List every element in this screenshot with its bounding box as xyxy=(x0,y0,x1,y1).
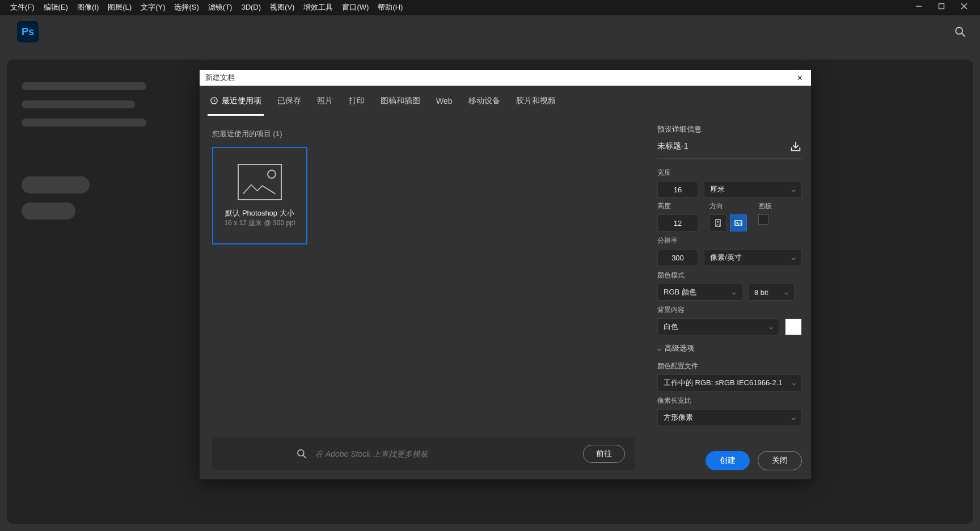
resolution-unit-select[interactable]: 像素/英寸⌵ xyxy=(704,249,802,266)
svg-line-5 xyxy=(962,33,965,37)
svg-rect-1 xyxy=(939,4,944,9)
tab-saved[interactable]: 已保存 xyxy=(277,86,301,116)
artboard-checkbox[interactable] xyxy=(758,214,768,225)
tab-recent[interactable]: 最近使用项 xyxy=(210,86,261,116)
menu-edit[interactable]: 编辑(E) xyxy=(39,0,73,15)
advanced-options-toggle[interactable]: ⌵ 高级选项 xyxy=(657,343,802,353)
tab-art[interactable]: 图稿和插图 xyxy=(381,86,420,116)
stock-go-button[interactable]: 前往 xyxy=(583,445,625,463)
menu-layer[interactable]: 图层(L) xyxy=(103,0,136,15)
resolution-input[interactable] xyxy=(657,249,698,266)
dialog-tabs: 最近使用项 已保存 照片 打印 图稿和插图 Web 移动设备 胶片和视频 xyxy=(200,86,811,116)
window-controls xyxy=(907,1,975,11)
photoshop-logo: Ps xyxy=(17,21,39,43)
height-label: 高度 xyxy=(657,201,698,211)
chevron-down-icon: ⌵ xyxy=(792,414,796,422)
chevron-down-icon: ⌵ xyxy=(657,345,661,352)
search-icon xyxy=(296,448,307,460)
stock-search-input[interactable] xyxy=(315,449,575,458)
svg-point-4 xyxy=(956,27,962,34)
menu-view[interactable]: 视图(V) xyxy=(265,0,299,15)
color-mode-select[interactable]: RGB 颜色⌵ xyxy=(657,284,742,301)
minimize-button[interactable] xyxy=(907,1,930,11)
clock-icon xyxy=(210,96,218,105)
recent-items-label: 您最近使用的项目 (1) xyxy=(212,129,635,139)
width-input[interactable] xyxy=(657,181,698,198)
new-document-dialog: 新建文档 ✕ 最近使用项 已保存 照片 打印 图稿和插图 xyxy=(200,70,811,479)
preset-details-title: 预设详细信息 xyxy=(657,124,802,134)
chevron-down-icon: ⌵ xyxy=(792,186,796,193)
menu-file[interactable]: 文件(F) xyxy=(6,0,39,15)
artboard-label: 画板 xyxy=(758,201,772,211)
menu-image[interactable]: 图像(I) xyxy=(73,0,103,15)
svg-point-12 xyxy=(736,222,738,224)
orientation-portrait-button[interactable] xyxy=(709,214,726,231)
chevron-down-icon: ⌵ xyxy=(784,288,788,296)
maximize-button[interactable] xyxy=(930,1,953,11)
dialog-titlebar: 新建文档 ✕ xyxy=(200,70,811,86)
tab-mobile[interactable]: 移动设备 xyxy=(468,86,500,116)
chevron-down-icon: ⌵ xyxy=(732,288,736,296)
menu-help[interactable]: 帮助(H) xyxy=(373,0,407,15)
orientation-landscape-button[interactable] xyxy=(730,214,747,231)
pixel-aspect-label: 像素长宽比 xyxy=(657,396,802,406)
menu-select[interactable]: 选择(S) xyxy=(170,0,203,15)
background-color-swatch[interactable] xyxy=(785,318,802,335)
chevron-down-icon: ⌵ xyxy=(769,323,773,331)
resolution-label: 分辨率 xyxy=(657,236,802,246)
svg-point-10 xyxy=(717,221,719,222)
background-select[interactable]: 白色⌵ xyxy=(657,318,779,335)
home-sidebar-skeleton xyxy=(22,82,152,229)
color-profile-select[interactable]: 工作中的 RGB: sRGB IEC61966-2.1⌵ xyxy=(657,374,802,391)
svg-point-7 xyxy=(298,450,304,456)
bit-depth-select[interactable]: 8 bit⌵ xyxy=(748,284,795,301)
background-label: 背景内容 xyxy=(657,305,802,315)
chevron-down-icon: ⌵ xyxy=(792,379,796,387)
orientation-label: 方向 xyxy=(709,201,747,211)
unit-select[interactable]: 厘米⌵ xyxy=(704,181,802,198)
preset-subtitle: 16 x 12 厘米 @ 300 ppi xyxy=(225,218,295,228)
search-icon[interactable] xyxy=(954,26,966,38)
pixel-aspect-select[interactable]: 方形像素⌵ xyxy=(657,409,802,426)
menu-3d[interactable]: 3D(D) xyxy=(236,0,265,15)
color-mode-label: 颜色模式 xyxy=(657,271,802,280)
height-input[interactable] xyxy=(657,214,698,231)
preset-name: 默认 Photoshop 大小 xyxy=(225,208,295,218)
chevron-down-icon: ⌵ xyxy=(792,254,796,262)
close-button[interactable]: 关闭 xyxy=(758,451,802,470)
width-label: 宽度 xyxy=(657,168,802,178)
menu-filter[interactable]: 滤镜(T) xyxy=(204,0,237,15)
dialog-title: 新建文档 xyxy=(205,73,235,83)
menu-type[interactable]: 文字(Y) xyxy=(136,0,170,15)
tab-print[interactable]: 打印 xyxy=(349,86,365,116)
color-profile-label: 颜色配置文件 xyxy=(657,361,802,371)
tab-photo[interactable]: 照片 xyxy=(317,86,333,116)
tab-film[interactable]: 胶片和视频 xyxy=(516,86,556,116)
menu-plugins[interactable]: 增效工具 xyxy=(299,0,337,15)
preset-card-default[interactable]: 默认 Photoshop 大小 16 x 12 厘米 @ 300 ppi xyxy=(212,147,307,245)
create-button[interactable]: 创建 xyxy=(706,451,750,470)
menu-bar: 文件(F) 编辑(E) 图像(I) 图层(L) 文字(Y) 选择(S) 滤镜(T… xyxy=(0,0,413,15)
tab-web[interactable]: Web xyxy=(436,86,453,116)
menu-window[interactable]: 窗口(W) xyxy=(337,0,373,15)
close-window-button[interactable] xyxy=(953,1,975,11)
preset-thumbnail-icon xyxy=(238,164,282,200)
document-name-field[interactable]: 未标题-1 xyxy=(657,141,688,151)
dialog-close-button[interactable]: ✕ xyxy=(795,74,805,82)
svg-line-8 xyxy=(303,456,306,458)
save-preset-icon[interactable] xyxy=(789,140,802,153)
app-header: Ps xyxy=(0,15,980,48)
adobe-stock-search-bar: 前往 xyxy=(212,437,635,470)
